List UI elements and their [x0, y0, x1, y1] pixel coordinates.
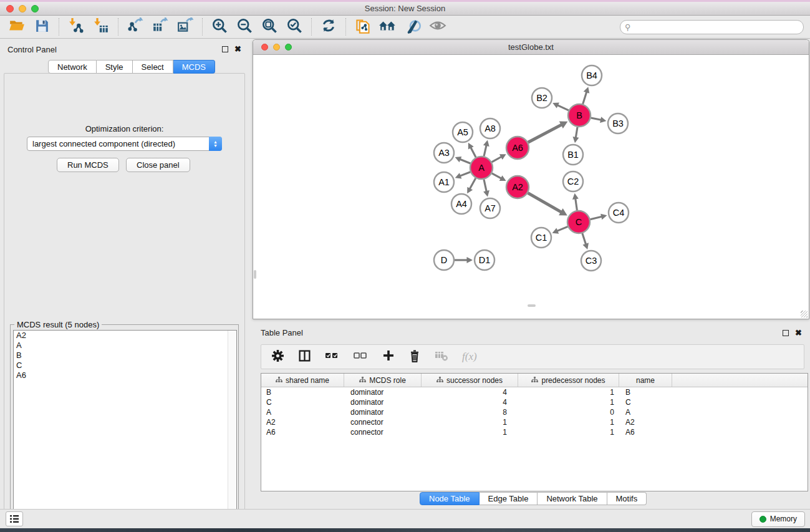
export-image-button[interactable]	[176, 17, 195, 36]
zoom-fit-button[interactable]	[260, 17, 279, 36]
graph-edge-C-C2[interactable]	[576, 198, 577, 210]
tab-mcds[interactable]: MCDS	[173, 60, 215, 74]
import-network-button[interactable]	[67, 17, 85, 36]
show-hide-button[interactable]	[428, 17, 447, 36]
table-cell[interactable]: C	[261, 397, 344, 407]
graph-edge-A-A4[interactable]	[470, 178, 476, 189]
table-cell[interactable]: 4	[422, 387, 518, 397]
horizontal-scrollbar-thumb[interactable]	[528, 304, 536, 307]
column-header-predecessor-nodes[interactable]: predecessor nodes	[518, 374, 619, 387]
table-cell[interactable]: 4	[422, 397, 518, 407]
table-row[interactable]: A2connector11A2	[261, 417, 808, 427]
tab-edge-table[interactable]: Edge Table	[480, 492, 538, 505]
table-cell[interactable]: dominator	[344, 397, 422, 407]
table-row[interactable]: Adominator80A	[261, 407, 808, 417]
network-window-titlebar[interactable]: testGlobe.txt	[253, 40, 809, 55]
graph-edge-A-A8[interactable]	[484, 145, 486, 157]
graph-edge-B-B4[interactable]	[583, 92, 587, 104]
close-panel-icon[interactable]: ✖	[234, 46, 241, 52]
table-cell[interactable]: dominator	[344, 407, 422, 417]
graph-edge-C-C1[interactable]	[557, 226, 567, 231]
table-cell[interactable]: connector	[344, 417, 422, 427]
close-network-window-button[interactable]	[261, 44, 268, 51]
export-network-button[interactable]	[126, 17, 145, 36]
zoom-window-button[interactable]	[31, 5, 39, 12]
float-table-panel-icon[interactable]	[783, 330, 789, 336]
graph-edge-A-A1[interactable]	[460, 172, 471, 176]
table-cell[interactable]: 1	[518, 397, 619, 407]
window-controls[interactable]	[6, 5, 39, 12]
graph-edge-C-C4[interactable]	[590, 216, 602, 219]
graph-edge-C-C3[interactable]	[582, 233, 586, 244]
table-settings-icon[interactable]	[271, 349, 284, 365]
tab-style[interactable]: Style	[97, 60, 133, 74]
vertical-scrollbar-thumb[interactable]	[254, 270, 256, 279]
app-titlebar[interactable]: Session: New Session	[0, 2, 810, 16]
deselect-all-icon[interactable]	[354, 350, 369, 364]
zoom-selected-button[interactable]	[285, 17, 304, 36]
table-cell[interactable]: B	[261, 387, 344, 397]
graph-edge-A-A5[interactable]	[471, 147, 476, 157]
graph-edge-A-A3[interactable]	[460, 159, 471, 163]
result-list-item[interactable]: B	[14, 351, 236, 360]
first-neighbors-button[interactable]	[378, 17, 397, 36]
close-window-button[interactable]	[6, 5, 14, 12]
result-list-item[interactable]: A	[14, 341, 236, 351]
result-list-item[interactable]: C	[14, 360, 236, 370]
result-list-scrollbar[interactable]	[228, 331, 236, 532]
graph-edge-B-B1[interactable]	[576, 127, 577, 138]
table-cell[interactable]: A2	[261, 417, 344, 427]
table-cell[interactable]: 0	[518, 407, 619, 417]
minimize-window-button[interactable]	[19, 5, 26, 12]
delete-column-icon[interactable]	[408, 349, 421, 365]
table-cell[interactable]: A	[619, 407, 672, 417]
export-table-button[interactable]	[151, 17, 170, 36]
table-cell[interactable]: 1	[518, 417, 619, 427]
close-table-panel-icon[interactable]: ✖	[795, 330, 802, 336]
search-input[interactable]	[620, 20, 804, 34]
optimization-criterion-select[interactable]: largest connected component (directed) ▲…	[27, 137, 222, 151]
graph-edge-B-B3[interactable]	[591, 118, 601, 120]
memory-button[interactable]: Memory	[751, 511, 805, 527]
node-table[interactable]: shared nameMCDS rolesuccessor nodesprede…	[261, 373, 808, 491]
table-cell[interactable]: connector	[344, 427, 422, 437]
graph-edge-A-A2[interactable]	[492, 173, 501, 178]
table-cell[interactable]: A2	[619, 417, 672, 427]
save-session-button[interactable]	[32, 17, 51, 36]
table-row[interactable]: Cdominator41C	[261, 397, 808, 407]
result-list-item[interactable]: A2	[14, 331, 236, 341]
tab-motifs[interactable]: Motifs	[607, 492, 647, 505]
new-network-from-file-button[interactable]	[354, 17, 372, 36]
graph-edge-A2-C[interactable]	[528, 193, 561, 212]
result-list-item[interactable]: A6	[14, 370, 236, 380]
table-row[interactable]: Bdominator41B	[261, 387, 808, 397]
table-cell[interactable]: 8	[422, 407, 518, 417]
import-table-button[interactable]	[92, 17, 110, 36]
table-cell[interactable]: A	[261, 407, 344, 417]
mcds-result-list[interactable]: A2ABCA6	[13, 330, 237, 532]
table-row[interactable]: A6connector11A6	[261, 427, 808, 437]
select-all-icon[interactable]	[325, 350, 340, 364]
graph-edge-A-A7[interactable]	[484, 180, 486, 192]
table-cell[interactable]: A6	[261, 427, 344, 437]
tab-network[interactable]: Network	[48, 60, 97, 74]
table-cell[interactable]: 1	[518, 427, 619, 437]
network-canvas[interactable]: B4B2BB3A5A8A6A3B1AA1C2A2A4A7C4CC1C3DD1	[253, 55, 809, 319]
task-history-button[interactable]	[6, 511, 23, 526]
close-panel-button[interactable]: Close panel	[126, 158, 190, 172]
zoom-network-window-button[interactable]	[285, 44, 292, 51]
resize-grip-icon[interactable]	[801, 311, 808, 317]
open-session-button[interactable]	[7, 17, 26, 36]
zoom-out-button[interactable]	[235, 17, 254, 36]
table-cell[interactable]: 1	[422, 417, 518, 427]
column-header-successor-nodes[interactable]: successor nodes	[422, 374, 518, 387]
tab-select[interactable]: Select	[133, 60, 173, 74]
table-cell[interactable]: A6	[619, 427, 672, 437]
zoom-in-button[interactable]	[210, 17, 229, 36]
network-window-controls[interactable]	[261, 44, 292, 51]
column-header-MCDS-role[interactable]: MCDS role	[344, 374, 422, 387]
tab-node-table[interactable]: Node Table	[420, 492, 480, 505]
graph-edge-B-B2[interactable]	[557, 105, 569, 110]
table-cell[interactable]: 1	[518, 387, 619, 397]
add-column-icon[interactable]	[382, 349, 395, 364]
